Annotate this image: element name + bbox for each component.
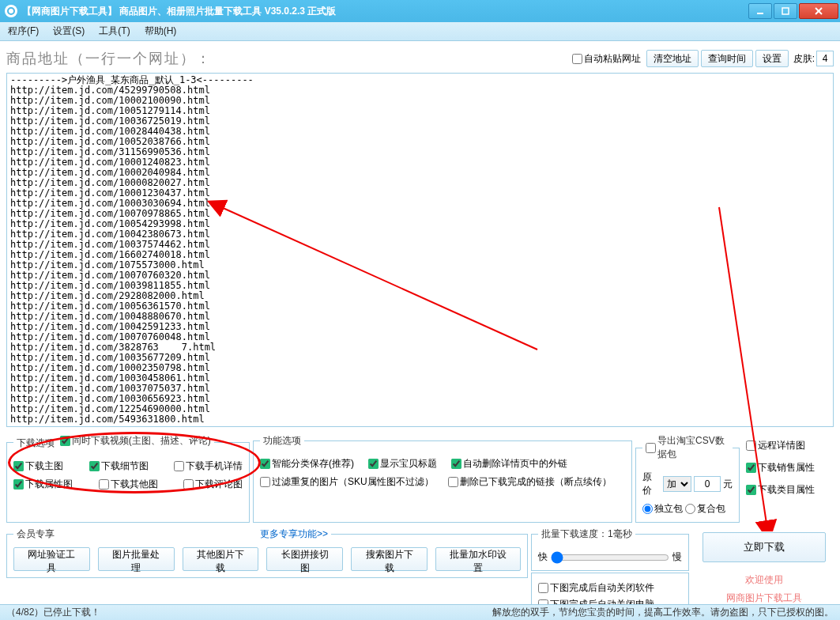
menu-help[interactable]: 帮助(H)	[145, 25, 177, 38]
member-panel: 会员专享更多专享功能>> 网址验证工具 图片批量处理 其他图片下载 长图拼接切图…	[6, 527, 528, 578]
url-verify-button[interactable]: 网址验证工具	[13, 547, 90, 571]
review-img-checkbox[interactable]: 下载评论图	[183, 478, 243, 491]
auto-delete-ext-checkbox[interactable]: 自动删除详情页中的外链	[451, 457, 567, 471]
query-time-button[interactable]: 查询时间	[701, 50, 753, 67]
filter-dup-checkbox[interactable]: 过滤重复的图片（SKU属性图不过滤）	[260, 475, 434, 489]
speed-panel: 批量下载速度：1毫秒 快 慢	[531, 527, 689, 571]
speed-slider[interactable]	[551, 551, 669, 564]
action-column: 立即下载 欢迎使用 网商图片下载工具	[700, 527, 828, 605]
menu-program[interactable]: 程序(F)	[8, 25, 39, 38]
watermark-button[interactable]: 批量加水印设置	[435, 547, 521, 571]
settings-button[interactable]: 设置	[755, 50, 789, 67]
auto-paste-checkbox[interactable]: 自动粘贴网址	[572, 52, 641, 66]
longcut-button[interactable]: 长图拼接切图	[266, 547, 343, 571]
menu-tools[interactable]: 工具(T)	[99, 25, 130, 38]
address-label: 商品地址（一行一个网址）：	[6, 49, 212, 68]
remote-panel: 远程详情图 下载销售属性 下载类目属性	[743, 434, 828, 523]
function-options-panel: 功能选项 智能分类保存(推荐) 显示宝贝标题 自动删除详情页中的外链 过滤重复的…	[253, 434, 632, 523]
other-download-button[interactable]: 其他图片下载	[183, 547, 259, 571]
cat-attr-checkbox[interactable]: 下载类目属性	[746, 483, 815, 497]
attr-img-checkbox[interactable]: 下载属性图	[13, 478, 73, 491]
menu-bar: 程序(F) 设置(S) 工具(T) 帮助(H)	[0, 22, 840, 41]
url-list-textarea[interactable]	[6, 73, 834, 427]
minimize-button[interactable]	[748, 3, 772, 19]
export-csv-checkbox[interactable]: 导出淘宝CSV数据包	[646, 434, 729, 461]
svg-rect-1	[782, 8, 789, 14]
status-bar: （4/82）已停止下载！ 解放您的双手，节约您宝贵的时间，提高工作效率。请勿盗图…	[0, 604, 840, 620]
mobile-detail-checkbox[interactable]: 下载手机详情	[174, 459, 243, 473]
pack-compound-radio[interactable]: 复合包	[685, 502, 725, 516]
smart-sort-checkbox[interactable]: 智能分类保存(推荐)	[260, 457, 354, 471]
address-header: 商品地址（一行一个网址）： 自动粘贴网址 清空地址 查询时间 设置 皮肤:	[6, 44, 834, 73]
welcome-text: 欢迎使用	[700, 573, 828, 587]
menu-settings[interactable]: 设置(S)	[53, 25, 85, 38]
remote-detail-checkbox[interactable]: 远程详情图	[746, 439, 805, 452]
delete-done-checkbox[interactable]: 删除已下载完成的链接（断点续传）	[448, 475, 612, 489]
batch-process-button[interactable]: 图片批量处理	[98, 547, 175, 571]
download-options-panel: 下载选项 同时下载视频(主图、描述、评论) 下载主图 下载细节图 下载手机详情 …	[6, 434, 250, 523]
window-title: 【网商图片下载工具】 商品图片、相册照片批量下载工具 V35.0.2.3 正式版	[22, 5, 336, 18]
skin-input[interactable]	[816, 51, 834, 66]
title-bar: 【网商图片下载工具】 商品图片、相册照片批量下载工具 V35.0.2.3 正式版	[0, 0, 840, 22]
app-icon	[5, 5, 17, 17]
status-right: 解放您的双手，节约您宝贵的时间，提高工作效率。请勿盗图，只下已授权的图。	[492, 606, 834, 619]
other-img-checkbox[interactable]: 下载其他图	[99, 478, 158, 491]
download-video-checkbox[interactable]: 同时下载视频(主图、描述、评论)	[60, 434, 211, 448]
status-left: （4/82）已停止下载！	[6, 606, 100, 619]
show-title-checkbox[interactable]: 显示宝贝标题	[368, 457, 437, 471]
price-op-select[interactable]: 加	[663, 476, 691, 492]
csv-panel: 导出淘宝CSV数据包 原价 加 元 独立包 复合包	[635, 434, 740, 523]
more-features-link[interactable]: 更多专享功能>>	[260, 528, 328, 539]
product-name-text: 网商图片下载工具	[700, 592, 828, 605]
start-download-button[interactable]: 立即下载	[703, 532, 826, 562]
search-download-button[interactable]: 搜索图片下载	[351, 547, 428, 571]
close-button[interactable]	[799, 3, 838, 19]
clear-address-button[interactable]: 清空地址	[646, 50, 699, 67]
close-software-checkbox[interactable]: 下图完成后自动关闭软件	[538, 581, 654, 595]
skin-label: 皮肤:	[793, 52, 815, 66]
detail-img-checkbox[interactable]: 下载细节图	[89, 459, 149, 473]
sale-attr-checkbox[interactable]: 下载销售属性	[746, 461, 815, 474]
main-img-checkbox[interactable]: 下载主图	[13, 459, 63, 473]
maximize-button[interactable]	[774, 3, 797, 19]
pack-single-radio[interactable]: 独立包	[642, 502, 683, 516]
price-value-input[interactable]	[694, 476, 721, 492]
